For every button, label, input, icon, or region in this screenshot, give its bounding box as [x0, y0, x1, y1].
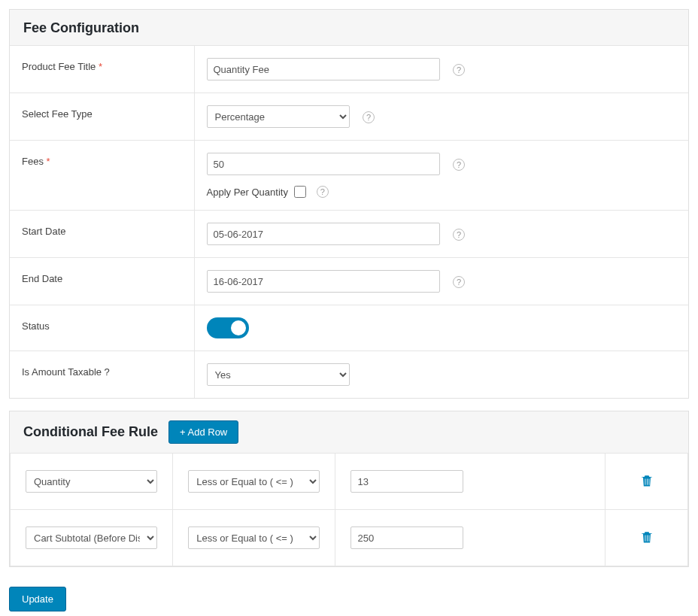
end-date-input[interactable]: [207, 270, 440, 293]
trash-icon[interactable]: [639, 472, 654, 489]
taxable-select[interactable]: Yes: [207, 363, 350, 386]
label-select-fee-type: Select Fee Type: [10, 93, 194, 141]
help-icon[interactable]: ?: [453, 229, 465, 241]
help-icon[interactable]: ?: [453, 159, 465, 171]
label-start-date: Start Date: [10, 211, 194, 258]
help-icon[interactable]: ?: [453, 64, 465, 76]
status-toggle[interactable]: [207, 317, 249, 338]
help-icon[interactable]: ?: [453, 276, 465, 288]
fee-config-heading: Fee Configuration: [10, 10, 688, 45]
rule-operator-select[interactable]: Less or Equal to ( <= ): [188, 526, 320, 549]
rule-field-select[interactable]: Quantity: [26, 470, 157, 493]
start-date-input[interactable]: [207, 223, 440, 245]
add-row-button[interactable]: + Add Row: [168, 420, 238, 444]
rule-operator-select[interactable]: Less or Equal to ( <= ): [188, 470, 320, 493]
table-row: Cart Subtotal (Before DiscLess or Equal …: [11, 510, 688, 566]
apply-per-qty-checkbox[interactable]: [294, 186, 306, 198]
rules-table: QuantityLess or Equal to ( <= )Cart Subt…: [10, 453, 688, 566]
fee-type-select[interactable]: Percentage: [207, 105, 350, 128]
rule-field-select[interactable]: Cart Subtotal (Before Disc: [26, 526, 157, 549]
apply-per-qty-label: Apply Per Quantity: [207, 187, 288, 198]
conditional-fee-rule-panel: Conditional Fee Rule + Add Row QuantityL…: [9, 411, 689, 567]
label-fees: Fees *: [10, 141, 194, 211]
fees-input[interactable]: [207, 153, 440, 175]
rule-value-input[interactable]: [351, 526, 463, 549]
fee-config-table: Product Fee Title * ? Select Fee Type Pe…: [10, 45, 688, 398]
label-taxable: Is Amount Taxable ?: [10, 351, 194, 399]
product-fee-title-input[interactable]: [207, 58, 440, 80]
rule-value-input[interactable]: [351, 470, 463, 493]
label-status: Status: [10, 305, 194, 351]
table-row: QuantityLess or Equal to ( <= ): [11, 454, 688, 510]
label-end-date: End Date: [10, 258, 194, 305]
trash-icon[interactable]: [639, 529, 654, 545]
cond-rule-heading: Conditional Fee Rule: [23, 424, 158, 440]
update-button[interactable]: Update: [9, 587, 66, 611]
label-product-fee-title: Product Fee Title *: [10, 46, 194, 93]
help-icon[interactable]: ?: [317, 186, 329, 198]
help-icon[interactable]: ?: [363, 111, 375, 123]
fee-configuration-panel: Fee Configuration Product Fee Title * ? …: [9, 9, 689, 399]
